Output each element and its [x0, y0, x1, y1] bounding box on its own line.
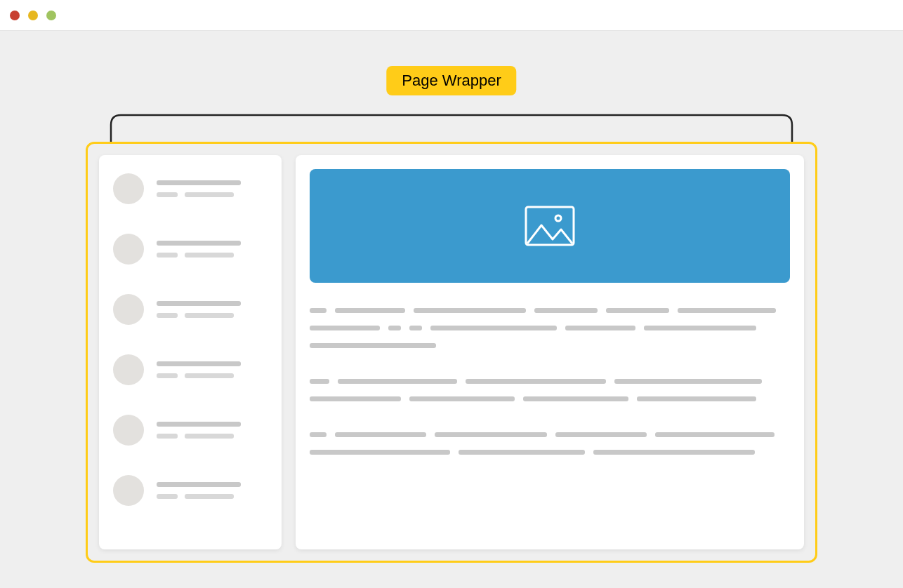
- text-placeholder: [157, 301, 241, 318]
- image-icon: [525, 206, 575, 246]
- avatar-placeholder: [113, 234, 144, 265]
- text-placeholder: [157, 180, 241, 197]
- main-content-panel: [296, 155, 804, 549]
- list-item: [113, 354, 268, 385]
- list-item: [113, 415, 268, 446]
- window-minimize-dot[interactable]: [28, 11, 38, 20]
- hero-image-placeholder: [310, 169, 790, 283]
- diagram-canvas: Page Wrapper: [0, 31, 903, 588]
- svg-point-3: [555, 215, 561, 221]
- svg-rect-2: [526, 207, 574, 245]
- avatar-placeholder: [113, 415, 144, 446]
- list-item: [113, 173, 268, 204]
- text-placeholder: [157, 482, 241, 499]
- avatar-placeholder: [113, 294, 144, 325]
- text-placeholder: [157, 422, 241, 439]
- paragraph-placeholder: [310, 432, 790, 455]
- window-close-dot[interactable]: [10, 11, 20, 20]
- text-placeholder: [157, 241, 241, 258]
- sidebar-panel: [99, 155, 282, 549]
- avatar-placeholder: [113, 173, 144, 204]
- list-item: [113, 294, 268, 325]
- page-wrapper-label: Page Wrapper: [386, 66, 516, 95]
- window-chrome: [0, 0, 903, 31]
- avatar-placeholder: [113, 475, 144, 506]
- paragraph-placeholder: [310, 379, 790, 401]
- page-wrapper: [86, 142, 817, 563]
- paragraph-placeholder: [310, 308, 790, 348]
- window-zoom-dot[interactable]: [46, 11, 56, 20]
- avatar-placeholder: [113, 354, 144, 385]
- text-placeholder: [157, 361, 241, 378]
- list-item: [113, 475, 268, 506]
- list-item: [113, 234, 268, 265]
